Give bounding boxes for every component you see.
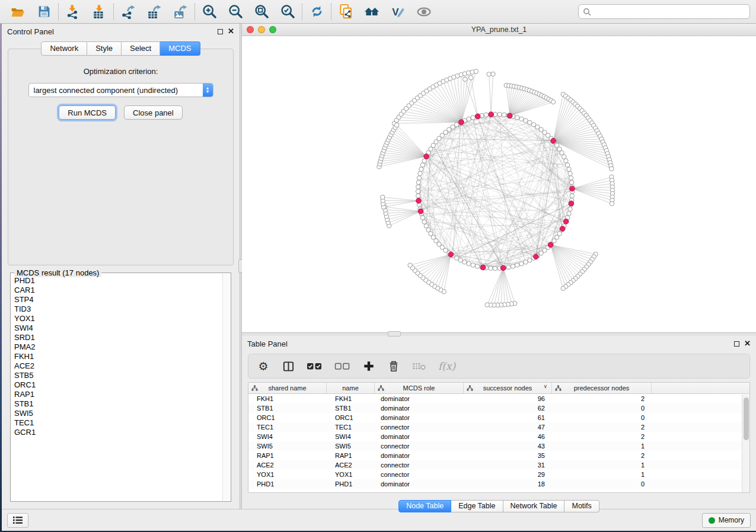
- table-row[interactable]: YOX1YOX1connector291: [248, 470, 749, 479]
- scrollbar-thumb[interactable]: [744, 398, 749, 440]
- add-column-icon[interactable]: [362, 359, 375, 373]
- cell[interactable]: 61: [464, 414, 552, 421]
- result-item[interactable]: SRD1: [14, 333, 231, 342]
- refresh-icon[interactable]: [308, 3, 326, 21]
- cell[interactable]: 1: [552, 471, 652, 478]
- cell[interactable]: 0: [552, 405, 652, 412]
- cell[interactable]: SWI5: [248, 443, 327, 450]
- cell[interactable]: 62: [464, 405, 552, 412]
- close-panel-button[interactable]: Close panel: [124, 105, 183, 120]
- cell[interactable]: SWI4: [327, 433, 375, 440]
- tab-mcds[interactable]: MCDS: [160, 41, 200, 56]
- zoom-selected-icon[interactable]: [279, 3, 296, 21]
- cell[interactable]: 43: [464, 443, 552, 450]
- tab-edge-table[interactable]: Edge Table: [451, 500, 503, 512]
- cell[interactable]: TEC1: [248, 424, 327, 431]
- optimization-criterion-select[interactable]: largest connected component (undirected)…: [28, 83, 213, 97]
- delete-column-icon[interactable]: [387, 359, 400, 373]
- result-item[interactable]: CAR1: [14, 286, 231, 295]
- table-row[interactable]: PHD1PHD1dominator180: [248, 479, 749, 489]
- cell[interactable]: connector: [375, 471, 464, 478]
- cell[interactable]: 2: [552, 433, 652, 440]
- result-item[interactable]: PMA2: [14, 342, 231, 352]
- result-item[interactable]: SWI4: [14, 323, 231, 333]
- result-item[interactable]: SWI5: [14, 409, 231, 418]
- zoom-out-icon[interactable]: [227, 3, 244, 21]
- cell[interactable]: PHD1: [327, 480, 375, 488]
- cell[interactable]: 46: [464, 433, 552, 440]
- cell[interactable]: SWI4: [248, 433, 327, 440]
- cell[interactable]: RAP1: [248, 452, 327, 459]
- table-row[interactable]: SWI4SWI4dominator462: [248, 432, 749, 441]
- export-table-icon[interactable]: [145, 3, 163, 21]
- cell[interactable]: ORC1: [327, 414, 375, 421]
- hide-eye-icon[interactable]: [415, 3, 433, 21]
- tab-network-table[interactable]: Network Table: [503, 500, 565, 512]
- cell[interactable]: 2: [552, 452, 652, 459]
- cell[interactable]: 29: [464, 471, 552, 478]
- task-history-button[interactable]: [7, 513, 28, 528]
- result-scrollbar[interactable]: [222, 274, 230, 501]
- result-item[interactable]: PHD1: [14, 276, 231, 286]
- clone-network-icon[interactable]: [337, 3, 355, 21]
- table-row[interactable]: TEC1TEC1connector472: [248, 422, 749, 432]
- cell[interactable]: RAP1: [327, 452, 375, 459]
- result-item[interactable]: YOX1: [14, 314, 231, 323]
- global-search[interactable]: [578, 4, 750, 19]
- splitter-grip[interactable]: [388, 331, 401, 336]
- select-all-icon[interactable]: [307, 359, 323, 373]
- cell[interactable]: STB1: [248, 405, 327, 412]
- export-network-icon[interactable]: [119, 3, 137, 21]
- column-header-successor-nodes[interactable]: successor nodes∨: [464, 383, 552, 393]
- result-item[interactable]: TID3: [14, 305, 231, 314]
- column-header-predecessor-nodes[interactable]: predecessor nodes: [552, 383, 652, 393]
- cell[interactable]: 96: [464, 395, 552, 402]
- tab-style[interactable]: Style: [87, 41, 122, 56]
- save-icon[interactable]: [35, 3, 53, 21]
- zoom-fit-icon[interactable]: [253, 3, 270, 21]
- cell[interactable]: PHD1: [248, 480, 327, 488]
- search-input[interactable]: [594, 8, 745, 16]
- export-image-icon[interactable]: [171, 3, 189, 21]
- cell[interactable]: dominator: [375, 433, 464, 440]
- result-item[interactable]: ORC1: [14, 380, 231, 390]
- close-panel-icon[interactable]: ✕: [744, 341, 751, 347]
- result-item[interactable]: FKH1: [14, 352, 231, 361]
- deselect-all-icon[interactable]: [334, 359, 350, 373]
- table-row[interactable]: RAP1RAP1dominator352: [248, 451, 749, 460]
- column-header-MCDS-role[interactable]: MCDS role: [375, 383, 464, 393]
- cell[interactable]: connector: [375, 462, 464, 469]
- table-row[interactable]: STB1STB1dominator620: [248, 403, 749, 413]
- cell[interactable]: 31: [464, 462, 552, 469]
- cell[interactable]: connector: [375, 424, 464, 431]
- table-row[interactable]: SWI5SWI5connector431: [248, 441, 749, 451]
- table-row[interactable]: FKH1FKH1dominator962: [248, 394, 749, 403]
- cell[interactable]: FKH1: [327, 395, 375, 402]
- network-canvas[interactable]: [242, 36, 756, 332]
- import-network-icon[interactable]: [64, 3, 82, 21]
- result-item[interactable]: ACE2: [14, 361, 231, 371]
- vizmapper-icon[interactable]: V: [389, 3, 407, 21]
- table-scrollbar[interactable]: [742, 395, 749, 492]
- result-item[interactable]: RAP1: [14, 390, 231, 399]
- cell[interactable]: 0: [552, 414, 652, 421]
- cell[interactable]: FKH1: [248, 395, 327, 402]
- result-item[interactable]: STP4: [14, 295, 231, 305]
- cell[interactable]: 35: [464, 452, 552, 459]
- cell[interactable]: dominator: [375, 405, 464, 412]
- mcds-result-list[interactable]: PHD1CAR1STP4TID3YOX1SWI4SRD1PMA2FKH1ACE2…: [11, 273, 231, 501]
- cell[interactable]: 18: [464, 480, 552, 488]
- cell[interactable]: connector: [375, 443, 464, 450]
- close-panel-icon[interactable]: ✕: [228, 28, 234, 34]
- open-folder-icon[interactable]: [9, 3, 27, 21]
- cell[interactable]: dominator: [375, 395, 464, 402]
- result-item[interactable]: STB1: [14, 399, 231, 409]
- cell[interactable]: 0: [552, 480, 652, 488]
- cell[interactable]: ORC1: [248, 414, 327, 421]
- tab-select[interactable]: Select: [122, 41, 160, 56]
- result-item[interactable]: STB5: [14, 371, 231, 380]
- home-icon[interactable]: [363, 3, 381, 21]
- table-row[interactable]: ACE2ACE2connector311: [248, 460, 749, 470]
- result-item[interactable]: TEC1: [14, 418, 231, 428]
- cell[interactable]: 1: [552, 443, 652, 450]
